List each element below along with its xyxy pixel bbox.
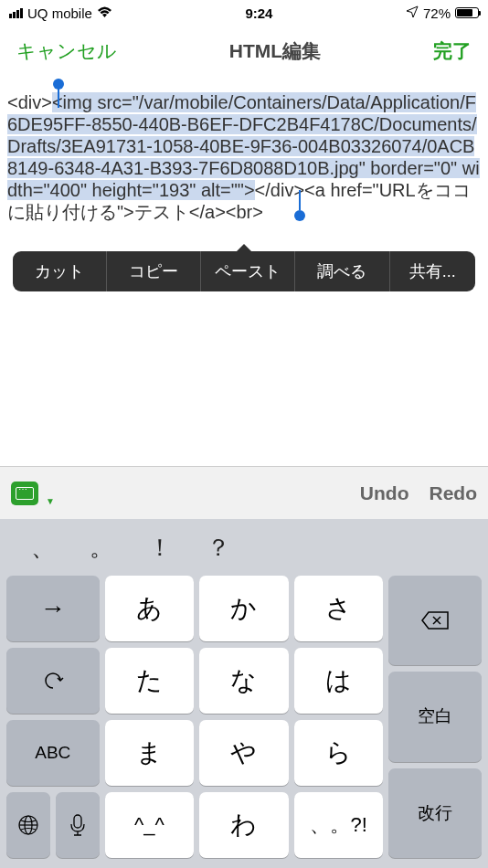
cancel-button[interactable]: キャンセル xyxy=(16,38,117,64)
key-wa[interactable]: わ xyxy=(199,792,289,858)
suggestion[interactable]: 。 xyxy=(90,532,113,564)
abc-key[interactable]: ABC xyxy=(6,720,100,786)
signal-icon xyxy=(9,8,23,18)
menu-cut[interactable]: カット xyxy=(13,251,107,291)
location-icon xyxy=(406,5,419,21)
battery-pct: 72% xyxy=(423,5,451,21)
menu-copy[interactable]: コピー xyxy=(107,251,201,291)
key-na[interactable]: な xyxy=(199,648,289,714)
selection-handle-start[interactable] xyxy=(53,79,64,90)
redo-button[interactable]: Redo xyxy=(430,482,478,504)
status-bar: UQ mobile 9:24 72% xyxy=(0,0,488,26)
suggestion[interactable]: 、 xyxy=(31,532,55,564)
wifi-icon xyxy=(97,5,112,21)
menu-share[interactable]: 共有... xyxy=(390,251,476,291)
page-title: HTML編集 xyxy=(229,38,321,64)
key-ma[interactable]: ま xyxy=(105,720,195,786)
undo-button[interactable]: Undo xyxy=(360,482,409,504)
key-ra[interactable]: ら xyxy=(294,720,384,786)
keyboard-switcher-icon[interactable] xyxy=(11,482,38,505)
key-punct[interactable]: 、。?! xyxy=(294,792,384,858)
mic-key[interactable] xyxy=(56,792,100,858)
key-ka[interactable]: か xyxy=(199,576,289,641)
svg-rect-3 xyxy=(74,815,81,828)
return-key[interactable]: 改行 xyxy=(388,768,482,858)
key-sa[interactable]: さ xyxy=(294,576,384,641)
menu-lookup[interactable]: 調べる xyxy=(295,251,389,291)
key-ya[interactable]: や xyxy=(199,720,289,786)
suggestion-row: 、 。 ！ ？ xyxy=(4,523,484,572)
key-ta[interactable]: た xyxy=(105,648,195,714)
key-ha[interactable]: は xyxy=(294,648,384,714)
backspace-key[interactable] xyxy=(388,576,482,665)
keyboard-toolbar: ▼ Undo Redo xyxy=(0,466,488,519)
selection-handle-end[interactable] xyxy=(294,210,305,221)
done-button[interactable]: 完了 xyxy=(433,38,472,64)
arrow-key[interactable]: → xyxy=(6,576,100,641)
context-menu: カット コピー ペースト 調べる 共有... xyxy=(13,251,475,291)
carrier-label: UQ mobile xyxy=(27,5,92,21)
chevron-down-icon: ▼ xyxy=(46,496,55,506)
editor-text-before: <div> xyxy=(7,92,52,112)
key-dakuten[interactable]: ^_^ xyxy=(105,792,195,858)
nav-bar: キャンセル HTML編集 完了 xyxy=(0,26,488,77)
key-a[interactable]: あ xyxy=(105,576,195,641)
suggestion[interactable]: ！ xyxy=(148,532,172,564)
battery-icon xyxy=(455,7,479,18)
suggestion[interactable]: ？ xyxy=(207,532,230,564)
keyboard: 、 。 ！ ？ → ABC xyxy=(0,519,488,868)
space-key[interactable]: 空白 xyxy=(388,672,482,761)
clock: 9:24 xyxy=(112,5,406,21)
menu-paste[interactable]: ペースト xyxy=(201,251,295,291)
globe-key[interactable] xyxy=(6,792,50,858)
undo-key[interactable] xyxy=(6,648,100,714)
keyboard-section: ▼ Undo Redo 、 。 ！ ？ → ABC xyxy=(0,466,488,868)
html-editor[interactable]: <div><img src="/var/mobile/Containers/Da… xyxy=(0,77,488,223)
